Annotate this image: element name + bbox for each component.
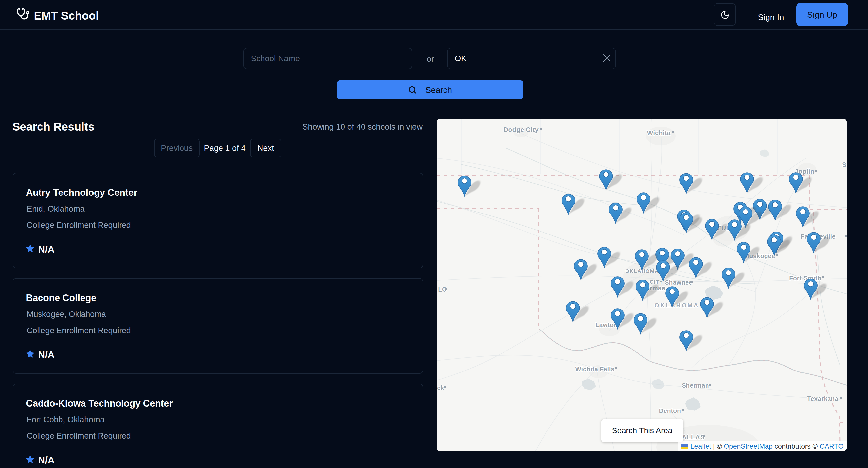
svg-text:S: S	[842, 161, 846, 168]
svg-text:Denton: Denton	[659, 407, 681, 414]
svg-text:Texarkana: Texarkana	[807, 395, 839, 402]
svg-text:Shawnee: Shawnee	[665, 279, 692, 286]
svg-text:Sherman: Sherman	[682, 382, 709, 389]
svg-text:Wichita Falls: Wichita Falls	[575, 366, 614, 372]
svg-text:Wichita: Wichita	[647, 129, 671, 136]
svg-text:Dodge City: Dodge City	[503, 126, 538, 133]
svg-text:CITY: CITY	[650, 279, 663, 285]
svg-text:ck: ck	[437, 384, 444, 391]
svg-text:Fort Smith: Fort Smith	[789, 275, 821, 281]
